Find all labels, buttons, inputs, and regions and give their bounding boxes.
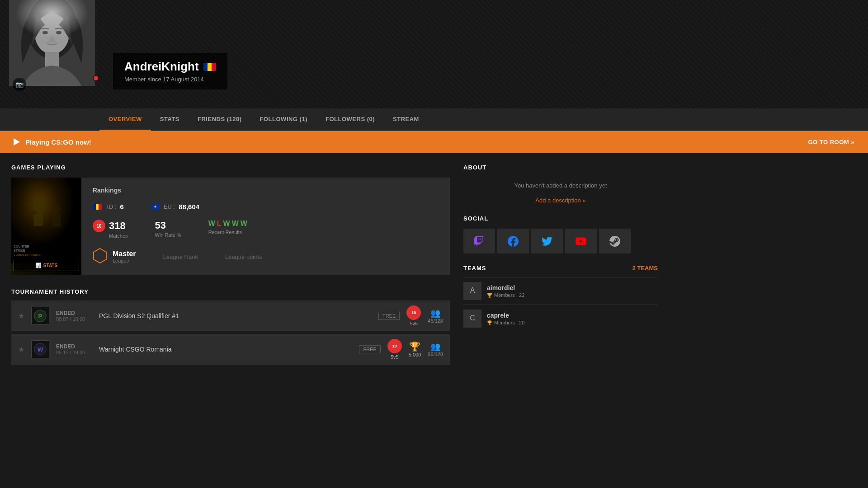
- tournament-row: ★ P ENDED 08.07 / 18:00 PGL Division S2 …: [11, 300, 450, 331]
- social-icons: [463, 229, 658, 253]
- left-panel: GAMES PLAYING: [11, 164, 450, 367]
- about-title: ABOUT: [463, 164, 658, 171]
- camera-icon[interactable]: 📷: [13, 78, 26, 91]
- team-row-1: A aimordiel 🏆 Members : 22: [463, 277, 658, 305]
- game-thumbnail: COUNTER STRIKE GLOBAL OFFENSIVE 📊 STATS: [11, 178, 81, 275]
- svg-rect-12: [52, 214, 61, 227]
- playing-banner: Playing CS:GO now! GO TO ROOM »: [0, 131, 868, 153]
- twitter-button[interactable]: [531, 229, 563, 253]
- right-panel: ABOUT You haven't added a description ye…: [463, 164, 658, 367]
- go-to-room-button[interactable]: GO TO ROOM »: [808, 139, 854, 145]
- league-name: Master: [113, 250, 136, 258]
- playing-text: Playing CS:GO now!: [25, 138, 91, 146]
- add-description-link[interactable]: Add a description »: [463, 197, 658, 204]
- svg-text:COUNTER: COUNTER: [14, 245, 29, 248]
- results-letters: W L W W W: [208, 220, 247, 228]
- stats-button[interactable]: 📊 STATS: [14, 260, 79, 271]
- svg-text:GLOBAL OFFENSIVE: GLOBAL OFFENSIVE: [14, 253, 40, 256]
- eu-value: 88,604: [179, 203, 199, 211]
- facebook-button[interactable]: [497, 229, 529, 253]
- recent-results-stat: W L W W W Recent Results: [208, 220, 247, 235]
- teams-section: TEAMS 2 TEAMS A aimordiel 🏆 Members : 22: [463, 265, 658, 332]
- social-section: SOCIAL: [463, 215, 658, 253]
- td-value: 6: [120, 203, 124, 211]
- rankings-label: Rankings: [93, 187, 439, 194]
- recent-results-label: Recent Results: [208, 230, 247, 235]
- td-flag: [93, 204, 102, 210]
- svg-text:W: W: [38, 346, 43, 353]
- matches-count: 318: [109, 220, 126, 232]
- team-members-2: 🏆 Members : 20: [487, 320, 524, 325]
- rank-circle-badge: 10: [93, 220, 105, 232]
- profile-info: AndreiKnight Member since 17 August 2014: [113, 53, 227, 89]
- team-avatar-1: A: [463, 282, 481, 300]
- tournament-name-1: PGL Division S2 Qualifier #1: [99, 312, 372, 319]
- league-rank-label: League Rank: [163, 253, 198, 260]
- prize-icon: 🏆: [409, 341, 421, 352]
- svg-point-2: [35, 14, 69, 54]
- svg-text:A: A: [470, 286, 475, 294]
- avatar: [9, 0, 95, 86]
- play-icon: [14, 138, 20, 145]
- eu-ranking: ★ EU : 88,604: [151, 203, 199, 211]
- free-badge-1: FREE: [378, 312, 400, 320]
- social-title: SOCIAL: [463, 215, 658, 222]
- tournament-img-1: P: [31, 307, 49, 325]
- navigation: OVERVIEW STATS FRIENDS (120) FOLLOWING (…: [0, 108, 868, 131]
- team-name-1: aimordiel: [487, 284, 524, 291]
- league-row: Master League League Rank League points: [93, 248, 439, 266]
- ended-block-1: ENDED 08.07 / 18:00: [56, 310, 92, 322]
- game-details: Rankings TD : 6 ★ EU : 88,604: [81, 178, 450, 275]
- free-badge-2: FREE: [359, 345, 380, 353]
- league-points-label: League points: [225, 253, 262, 260]
- players-badge-2: 👥 96/128: [428, 342, 443, 357]
- ended-block-2: ENDED 05.12 / 19:00: [56, 343, 92, 355]
- nav-stats[interactable]: STATS: [151, 108, 189, 131]
- team-info-2: caprele 🏆 Members : 20: [487, 312, 524, 325]
- td-label: TD :: [105, 203, 117, 210]
- star-icon-1[interactable]: ★: [18, 312, 24, 320]
- star-icon-2[interactable]: ★: [18, 345, 24, 354]
- nav-stream[interactable]: STREAM: [384, 108, 428, 131]
- players-badge-1: 👥 45/128: [428, 308, 443, 324]
- team-name-2: caprele: [487, 312, 524, 319]
- win-rate-value: 53: [155, 220, 166, 231]
- league-rank-block: League Rank: [163, 253, 198, 260]
- youtube-button[interactable]: [565, 229, 597, 253]
- twitch-button[interactable]: [463, 229, 495, 253]
- matches-stat: 10 318 Matches: [93, 220, 128, 239]
- tournament-section-title: TOURNAMENT HISTORY: [11, 288, 450, 295]
- steam-button[interactable]: [599, 229, 631, 253]
- svg-marker-16: [94, 249, 106, 263]
- team-row-2: C caprele 🏆 Members : 20: [463, 305, 658, 332]
- svg-point-5: [56, 31, 61, 34]
- tournament-img-2: W: [31, 340, 49, 358]
- matches-label: Matches: [109, 233, 128, 239]
- games-playing-card: COUNTER STRIKE GLOBAL OFFENSIVE 📊 STATS …: [11, 178, 450, 275]
- hex-icon: [93, 248, 107, 266]
- svg-point-4: [42, 31, 48, 34]
- league-label: League: [113, 258, 136, 263]
- avatar-wrapper: SUPPORTER: [9, 0, 104, 95]
- win-rate-label: Win Rate %: [155, 232, 181, 238]
- team-info-1: aimordiel 🏆 Members : 22: [487, 284, 524, 298]
- team-avatar-2: C: [463, 310, 481, 328]
- stats-row: 10 318 Matches 53 Win Rate %: [93, 220, 439, 239]
- profile-header: SUPPORTER: [0, 0, 868, 108]
- about-desc: You haven't added a description yet: [463, 178, 658, 193]
- main-content: GAMES PLAYING: [0, 153, 868, 379]
- nav-followers[interactable]: FOLLOWERS (0): [316, 108, 384, 131]
- vs-badge-2: 10 5v5: [387, 339, 402, 360]
- team-members-1: 🏆 Members : 22: [487, 292, 524, 298]
- teams-title: TEAMS: [463, 265, 486, 272]
- league-block: Master League: [93, 248, 136, 266]
- nav-friends[interactable]: FRIENDS (120): [189, 108, 251, 131]
- tournament-row-2: ★ W ENDED 05.12 / 19:00 Warnight CSGO Ro…: [11, 334, 450, 365]
- country-flag: [203, 63, 216, 71]
- eu-label: EU :: [164, 203, 175, 210]
- nav-overview[interactable]: OVERVIEW: [99, 108, 151, 131]
- vs-badge-1: 10 5v5: [406, 305, 421, 326]
- nav-following[interactable]: FOLLOWING (1): [251, 108, 316, 131]
- td-ranking: TD : 6: [93, 203, 124, 211]
- about-section: ABOUT You haven't added a description ye…: [463, 164, 658, 204]
